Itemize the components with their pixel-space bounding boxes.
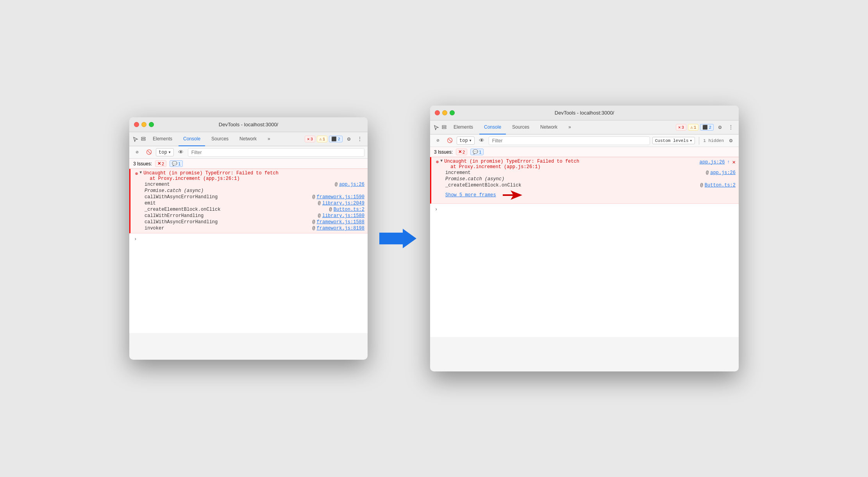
top-selector-after[interactable]: top ▾ [457, 136, 475, 145]
collapse-icon-before[interactable]: ▼ [139, 170, 142, 175]
tab-sources-after[interactable]: Sources [507, 120, 534, 134]
stack-line-1: Promise.catch (async) [135, 188, 364, 194]
tab-sources-before[interactable]: Sources [207, 132, 233, 146]
issues-bar-before: 3 Issues: ✕ 2 💬 1 [129, 159, 368, 169]
stack-link-2[interactable]: framework.js:1590 [317, 194, 364, 200]
filter-input-before[interactable] [188, 148, 364, 157]
stack-link-6[interactable]: framework.js:1588 [317, 219, 364, 225]
error-message-line2-after: at Proxy.increment (app.js:26:1) [450, 164, 540, 170]
show-more-frames-link[interactable]: Show 5 more frames [445, 192, 496, 198]
stack-line-4: _createElementBlock.onClick @ Button.ts:… [135, 206, 364, 213]
devtools-window-after: DevTools - localhost:3000/ Elements Cons… [430, 106, 739, 371]
stack-line-0: increment @ app.js:26 [135, 181, 364, 188]
block-icon-after[interactable]: 🚫 [445, 136, 454, 145]
error-message-line2-before: at Proxy.increment (app.js:26:1) [150, 176, 239, 181]
tab-network-before[interactable]: Network [235, 132, 261, 146]
blue-arrow [379, 227, 418, 250]
tab-network-after[interactable]: Network [536, 120, 562, 134]
titlebar-after: DevTools - localhost:3000/ [430, 106, 739, 120]
stop-icon-after[interactable]: ⊘ [433, 136, 443, 145]
issues-info-before: 💬 1 [170, 160, 183, 167]
stack-line-2: callWithAsyncErrorHandling @ framework.j… [135, 194, 364, 200]
info-badge-after: ⬛ 2 [700, 124, 714, 131]
block-icon-before[interactable]: 🚫 [144, 148, 154, 157]
stack-line-after-1: Promise.catch (async) [436, 176, 736, 182]
top-selector-before[interactable]: top ▾ [156, 148, 174, 156]
stack-link-3[interactable]: library.js:2049 [322, 201, 364, 206]
traffic-lights-after [435, 110, 455, 115]
tab-console-before[interactable]: Console [179, 132, 205, 146]
maximize-button-after[interactable] [450, 110, 455, 115]
collapse-icon-after[interactable]: ▼ [440, 159, 443, 163]
stack-link-after-2[interactable]: Button.ts:2 [705, 183, 736, 188]
layers-icon-after[interactable] [441, 124, 447, 131]
devtools-window-before: DevTools - localhost:3000/ Elements Cons… [129, 117, 368, 360]
console-toolbar-before: ⊘ 🚫 top ▾ 👁 [129, 146, 368, 159]
settings-gear-icon-after[interactable]: ⚙ [726, 136, 736, 145]
titlebar-before: DevTools - localhost:3000/ [129, 117, 368, 132]
minimize-button-before[interactable] [141, 122, 146, 127]
red-arrow-svg [503, 190, 522, 201]
console-toolbar-after: ⊘ 🚫 top ▾ 👁 Custom levels ▾ 1 hidden ⚙ [430, 134, 739, 147]
svg-rect-0 [141, 137, 145, 138]
maximize-button-before[interactable] [149, 122, 154, 127]
error-message-line1-before: Uncaught (in promise) TypeError: Failed … [143, 170, 279, 176]
menu-icon-before[interactable]: ⋮ [355, 134, 364, 144]
error-text-before: Uncaught (in promise) TypeError: Failed … [143, 170, 279, 181]
error-badge-after: ✕ 3 [676, 124, 686, 131]
issues-info-after: 💬 1 [470, 149, 484, 155]
jump-to-source-icon[interactable]: ↑ [727, 160, 730, 165]
error-header-before: ⊗ ▼ Uncaught (in promise) TypeError: Fai… [135, 170, 364, 181]
settings-icon-before[interactable]: ⚙ [344, 134, 354, 144]
menu-icon-after[interactable]: ⋮ [726, 123, 736, 132]
dismiss-icon[interactable]: ✕ [732, 159, 736, 165]
custom-levels-selector[interactable]: Custom levels ▾ [652, 137, 695, 144]
error-entry-before: ⊗ ▼ Uncaught (in promise) TypeError: Fai… [129, 169, 368, 233]
stack-line-3: emit @ library.js:2049 [135, 200, 364, 206]
toolbar-icons-after: ✕ 3 ⚠ 1 ⬛ 2 ⚙ ⋮ [676, 123, 736, 132]
window-title-before: DevTools - localhost:3000/ [219, 122, 278, 127]
svg-marker-5 [503, 190, 522, 200]
stack-link-5[interactable]: library.js:1580 [322, 213, 364, 219]
traffic-lights-before [134, 122, 154, 127]
tab-console-after[interactable]: Console [479, 120, 506, 134]
tab-elements-before[interactable]: Elements [148, 132, 177, 146]
settings-icon-after[interactable]: ⚙ [715, 123, 725, 132]
minimize-button-after[interactable] [442, 110, 447, 115]
show-more-frames-line: Show 5 more frames [436, 188, 736, 202]
cursor-icon-before[interactable] [132, 136, 139, 142]
svg-marker-2 [379, 229, 416, 248]
issues-errors-after: ✕ 2 [456, 149, 467, 155]
issues-bar-after: 3 Issues: ✕ 2 💬 1 [430, 147, 739, 157]
eye-icon-after[interactable]: 👁 [477, 136, 486, 145]
filter-input-after[interactable] [489, 136, 650, 145]
stack-link-0[interactable]: app.js:26 [339, 182, 364, 187]
tab-elements-after[interactable]: Elements [449, 120, 478, 134]
toolbar-icons-before: ✕ 3 ⚠ 1 ⬛ 2 ⚙ ⋮ [305, 134, 364, 144]
file-link-after[interactable]: app.js:26 [700, 160, 725, 165]
stack-link-4[interactable]: Button.ts:2 [334, 207, 364, 212]
stack-link-after-0[interactable]: app.js:26 [710, 170, 736, 176]
tab-more-before[interactable]: » [263, 132, 275, 146]
tab-more-after[interactable]: » [564, 120, 576, 134]
eye-icon-before[interactable]: 👁 [176, 148, 186, 157]
stop-icon-before[interactable]: ⊘ [132, 148, 142, 157]
toolbar-separator [699, 137, 699, 145]
close-button-after[interactable] [435, 110, 440, 115]
cursor-icon-after[interactable] [433, 124, 439, 131]
layers-icon-before[interactable] [140, 136, 146, 142]
tab-bar-before: Elements Console Sources Network » ✕ 3 ⚠… [129, 132, 368, 146]
error-circle-icon-before: ⊗ [135, 171, 138, 177]
comparison-wrapper: DevTools - localhost:3000/ Elements Cons… [129, 106, 739, 371]
stack-link-7[interactable]: framework.js:8198 [317, 226, 364, 231]
prompt-icon-before: › [134, 237, 137, 242]
stack-line-6: callWithAsyncErrorHandling @ framework.j… [135, 219, 364, 225]
svg-rect-4 [442, 127, 446, 129]
info-badge-before: ⬛ 2 [329, 136, 343, 142]
error-badge-before: ✕ 3 [305, 136, 315, 142]
prompt-icon-after: › [435, 207, 438, 212]
issues-errors-before: ✕ 2 [155, 160, 166, 167]
error-header-left: ⊗ ▼ Uncaught (in promise) TypeError: Fai… [436, 159, 579, 170]
error-header-after: ⊗ ▼ Uncaught (in promise) TypeError: Fai… [436, 159, 736, 170]
close-button-before[interactable] [134, 122, 139, 127]
